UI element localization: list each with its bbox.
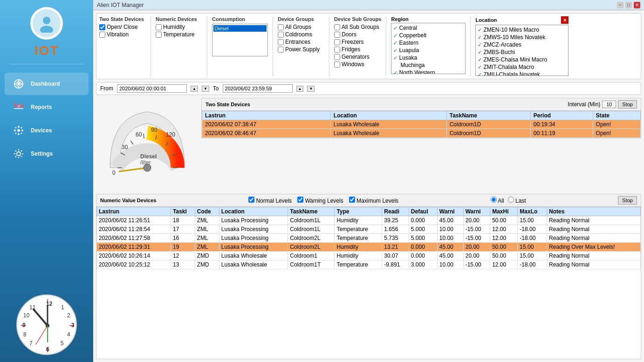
brand-iot: IOT [34,43,59,58]
sidebar-item-settings[interactable]: Settings [5,143,89,165]
fridges-checkbox[interactable] [334,47,340,53]
entrances-checkbox[interactable] [278,39,284,45]
max-levels-check[interactable]: Maximum Levels [349,197,398,204]
loc-zmcz[interactable]: ✓ZMCZ-Arcades [477,41,567,48]
warning-levels-label: Warning Levels [305,198,343,204]
interval-input[interactable] [602,101,616,108]
sidebar-settings-label: Settings [31,150,53,157]
num-taskname: Coldroom2L [288,234,335,243]
minimize-button[interactable]: − [617,2,623,8]
numeric-row: 2020/06/02 11:27:58 16 ZML Lusaka Proces… [97,234,641,243]
loc-zmen[interactable]: ✓ZMEN-10 Miles Macro [477,26,567,34]
freezers-checkbox[interactable] [334,39,340,45]
region-central[interactable]: ✓Central [392,24,464,32]
loc-zmws[interactable]: ✓ZMWS-10 Miles Novatek [477,34,567,41]
consumption-list[interactable]: Diesel [212,24,268,56]
radio-last[interactable] [508,197,514,203]
loc-zmit[interactable]: ✓ZMIT-Chalala Macro [477,63,567,71]
temperature-check[interactable]: Temperature [156,31,202,38]
two-state-stop-button[interactable]: Stop [618,100,637,109]
num-notes: Reading Normal [547,225,641,234]
svg-text:6: 6 [46,346,49,353]
vibration-check[interactable]: Vibration [99,31,146,38]
normal-levels-checkbox[interactable] [248,197,254,203]
loc-zmbs[interactable]: ✓ZMBS-Buchi [477,48,567,56]
power-supply-check[interactable]: Power Supply [278,46,324,53]
region-luapula[interactable]: ✓Luapula [392,47,464,54]
open-close-checkbox[interactable] [99,24,105,30]
svg-rect-6 [18,105,20,108]
freezers-label: Freezers [342,39,363,45]
vibration-label: Vibration [107,31,129,38]
humidity-filter-label: Humidity [163,24,185,30]
numeric-filter-title: Numeric Devices [156,16,202,22]
coldrooms-check[interactable]: Coldrooms [278,31,324,38]
temperature-checkbox[interactable] [156,32,162,38]
to-spin-down[interactable]: ▼ [307,86,315,92]
sidebar-item-devices[interactable]: Devices [5,119,89,142]
svg-point-14 [15,127,17,129]
windows-label: Windows [342,61,364,68]
radio-all-label[interactable]: All [491,197,504,204]
doors-check[interactable]: Doors [334,31,381,38]
all-groups-check[interactable]: All Groups [278,24,324,30]
maximize-button[interactable]: □ [625,2,632,8]
doors-checkbox[interactable] [334,32,340,38]
nth-maxhi: MaxHi [490,207,518,216]
diesel-item[interactable]: Diesel [213,25,267,32]
loc-zmes[interactable]: ✓ZMES-Chaisa Mini Macro [477,56,567,63]
num-code: ZML [195,243,219,252]
sidebar-item-reports[interactable]: Reports [5,96,89,118]
num-location: Lusaka Processing [219,225,288,234]
windows-check[interactable]: Windows [334,61,381,68]
num-taski: 18 [171,216,195,225]
radio-last-label[interactable]: Last [508,197,526,204]
entrances-check[interactable]: Entrances [278,39,324,45]
generators-check[interactable]: Generators [334,54,381,60]
normal-levels-check[interactable]: Normal Levels [248,197,292,204]
region-list[interactable]: ✓Central ✓Copperbelt ✓Eastern ✓Luapula ✓… [391,23,466,74]
fridges-check[interactable]: Fridges [334,46,381,53]
num-lastrun: 2020/06/02 10:26:14 [97,252,171,260]
datetime-row: From ▲ ▼ To ▲ ▼ [96,82,641,95]
vibration-checkbox[interactable] [99,32,105,38]
all-sub-groups-check[interactable]: All Sub Groups [334,24,381,30]
device-sub-groups-filter: Device Sub Groups All Sub Groups Doors F… [334,16,381,76]
th-state: State [593,111,640,120]
warning-levels-checkbox[interactable] [297,197,303,203]
warning-levels-check[interactable]: Warning Levels [297,197,343,204]
windows-checkbox[interactable] [334,61,340,68]
location-list[interactable]: ✓ZMEN-10 Miles Macro ✓ZMWS-10 Miles Nova… [475,25,569,76]
loc-zmiu[interactable]: ✓ZMIU-Chalala Novatek [477,71,567,76]
region-eastern[interactable]: ✓Eastern [392,39,464,47]
sidebar-item-dashboard[interactable]: Dashboard [5,73,89,95]
region-copperbelt[interactable]: ✓Copperbelt [392,32,464,39]
radio-all[interactable] [491,197,497,203]
humidity-checkbox[interactable] [156,24,162,30]
close-button[interactable]: ✕ [634,2,640,8]
from-datetime-input[interactable] [117,84,187,93]
numeric-stop-button[interactable]: Stop [618,196,637,205]
all-sub-groups-checkbox[interactable] [334,24,340,30]
region-lusaka[interactable]: ✓Lusaka [392,54,464,61]
to-datetime-input[interactable] [223,84,293,93]
region-muchinga[interactable]: Muchinga [392,61,464,69]
max-levels-checkbox[interactable] [349,197,355,203]
avatar [30,7,63,40]
from-spin-up[interactable]: ▲ [191,86,198,92]
dashboard-icon [12,77,25,90]
location-close-button[interactable]: ✕ [561,16,569,24]
to-spin-up[interactable]: ▲ [296,86,304,92]
all-groups-checkbox[interactable] [278,24,284,30]
humidity-check[interactable]: Humidity [156,24,202,30]
power-supply-checkbox[interactable] [278,47,284,53]
coldrooms-checkbox[interactable] [278,32,284,38]
freezers-check[interactable]: Freezers [334,39,381,45]
open-close-check[interactable]: Open/ Close [99,24,146,30]
generators-checkbox[interactable] [334,54,340,60]
num-default: 0.000 [409,252,437,260]
svg-point-0 [43,17,50,24]
num-readi: 1.656 [382,225,409,234]
region-north-western[interactable]: ✓North Western [392,69,464,74]
from-spin-down[interactable]: ▼ [202,86,209,92]
